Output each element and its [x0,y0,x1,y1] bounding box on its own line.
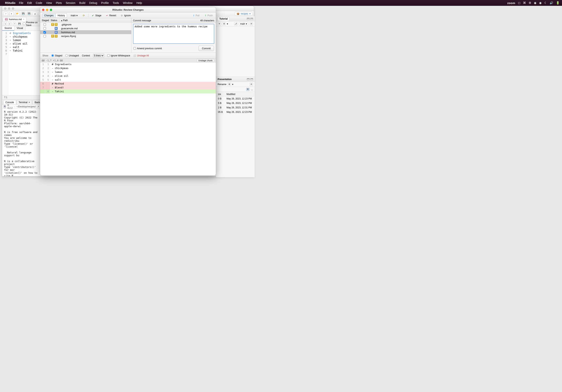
popout-icon[interactable]: ↗ [37,105,39,108]
context-lines-select[interactable]: 5 lines [93,54,104,58]
save-doc-button[interactable]: 💾 [18,22,21,25]
app-name[interactable]: RStudio [5,1,15,4]
refresh-icon[interactable]: ⟳ [250,22,253,25]
battery-icon[interactable]: 🔋 [556,1,560,5]
rename-button[interactable]: Rename [218,83,226,86]
diff-line[interactable]: 6# Method [40,82,216,86]
col-path[interactable]: ▴Path [59,18,131,22]
console-output[interactable]: R version 4.2.2 (2022-10-31) Copyright (… [2,109,41,176]
changed-file-row[interactable]: Mhummus.md [40,30,131,34]
commit-message-input[interactable] [133,24,214,44]
diff-line[interactable]: 6- Tahini [40,90,216,93]
modal-traffic-lights[interactable] [42,9,52,11]
stage-checkbox[interactable] [43,23,46,26]
stage-button[interactable]: ✔Stage [90,14,102,17]
file-row[interactable]: 0 BMay 26, 2023, 12:23 PM [216,97,254,101]
refresh-icon[interactable]: ⟳ [250,83,253,86]
changed-file-row[interactable]: ??.gitignore [40,23,131,26]
push-button[interactable]: ⬆Push [203,14,214,17]
menu-file[interactable]: File [19,1,23,4]
col-staged[interactable]: Staged [40,18,49,22]
menu-profile[interactable]: Profile [101,1,109,4]
minimize-window-button[interactable] [46,9,48,11]
mode-source[interactable]: Source [2,26,14,31]
file-row[interactable]: 05 BMay 26, 2023, 12:23 PM [216,110,254,114]
r-icon[interactable]: R [246,88,250,91]
amend-previous-toggle[interactable]: Amend previous commit [133,47,162,50]
preview-on-save-checkbox[interactable] [23,23,25,25]
new-project-button[interactable]: ▸ [10,12,14,16]
show-outline-button[interactable]: ≡ [13,22,16,25]
revert-button[interactable]: ↩Revert [105,14,117,17]
tab-history[interactable]: History [56,13,67,18]
diff-line[interactable]: 22- chickpeas [40,66,216,70]
menu-window[interactable]: Window [123,1,133,4]
gear-icon[interactable]: ⚙ [227,83,231,86]
editor-code-area[interactable]: 1 2 3 4 5 6 7 # # IngredientsIngredients… [2,31,41,95]
zoom-window-button[interactable] [50,9,52,11]
pane-resize-icons[interactable] [247,18,253,20]
pull-button[interactable]: ⬇Pull [192,14,201,17]
tray-icon[interactable]: ⌘ [523,1,526,5]
stage-checkbox[interactable] [43,31,46,34]
tab-changes[interactable]: Changes [42,13,56,18]
file-row[interactable]: 2 BMay 26, 2023, 12:31 PM [216,106,254,110]
open-file-button[interactable]: 📂 [15,12,20,16]
tray-icon[interactable]: ⚙ [529,1,531,5]
show-staged-radio[interactable]: Staged [51,54,62,57]
close-window-button[interactable] [42,9,44,11]
diff-line[interactable]: 33- lemon [40,70,216,74]
zoom-indicator[interactable]: zoom [507,1,515,5]
diff-button[interactable]: ⟳ [218,22,221,25]
menu-plots[interactable]: Plots [56,1,62,4]
tab-tutorial[interactable]: Tutorial [218,17,229,21]
col-size[interactable]: ize [216,92,224,96]
chevron-down-icon[interactable]: ▾ [227,23,228,25]
unstage-all-button[interactable]: ⬜Unstage All [133,54,149,57]
save-all-button[interactable]: 💾 [27,12,31,16]
branch-selector[interactable]: main ▾ [239,22,248,26]
menu-debug[interactable]: Debug [89,1,97,4]
new-file-button[interactable]: ＋ [4,12,8,16]
project-selector[interactable]: 📦 recipes ▾ [235,12,252,16]
menu-help[interactable]: Help [136,1,142,4]
gear-icon[interactable]: ⚙ [222,22,226,25]
menu-tools[interactable]: Tools [113,1,119,4]
menu-session[interactable]: Session [66,1,75,4]
forward-button[interactable]: ▸ [9,22,12,25]
col-status[interactable]: Status [49,18,59,22]
volume-icon[interactable]: 🔊 [550,1,553,5]
window-traffic-lights-inactive[interactable] [4,7,14,10]
modal-titlebar[interactable]: RStudio: Review Changes [40,7,216,12]
tray-icon[interactable]: ◻ [518,1,520,5]
diff-body[interactable]: 11# Ingredients22- chickpeas33- lemon44-… [40,62,216,175]
menu-build[interactable]: Build [79,1,85,4]
stage-checkbox[interactable] [43,35,46,37]
ignore-whitespace-toggle[interactable]: Ignore Whitespace [107,54,130,57]
pane-resize-icons[interactable] [247,78,253,80]
stage-checkbox[interactable] [43,27,46,30]
diff-line[interactable]: 44- olive oil [40,74,216,78]
tab-terminal[interactable]: Terminal× [16,100,32,104]
menu-edit[interactable]: Edit [27,1,32,4]
mode-visual[interactable]: Visual [14,26,25,31]
save-button[interactable]: 💾 [21,12,25,16]
show-unstaged-radio[interactable]: Unstaged [65,54,79,57]
refresh-button[interactable]: ⟳ [81,14,86,17]
back-button[interactable]: ◂ [4,22,7,25]
new-branch-button[interactable]: ⎇ [234,22,238,25]
print-button[interactable]: 🖨 [33,12,37,16]
unstage-chunk-button[interactable]: Unstage chunk [197,59,214,62]
tray-icon[interactable]: ◉ [539,1,542,5]
file-row[interactable]: 5 BMay 26, 2023, 12:12 PM [216,101,254,105]
close-icon[interactable]: × [23,18,24,21]
changed-file-row[interactable]: ??recipes.Rproj [40,34,131,38]
amend-checkbox[interactable] [133,47,136,50]
presentation-label[interactable]: Presentation [218,78,232,81]
commit-button[interactable]: Commit [199,46,214,51]
col-modified[interactable]: Modified [225,92,254,96]
changed-file-row[interactable]: Mguacamole.md [40,26,131,30]
ignore-button[interactable]: ⊘Ignore [119,14,132,17]
close-icon[interactable]: × [28,101,30,104]
tray-icon[interactable]: ◉ [534,1,536,5]
